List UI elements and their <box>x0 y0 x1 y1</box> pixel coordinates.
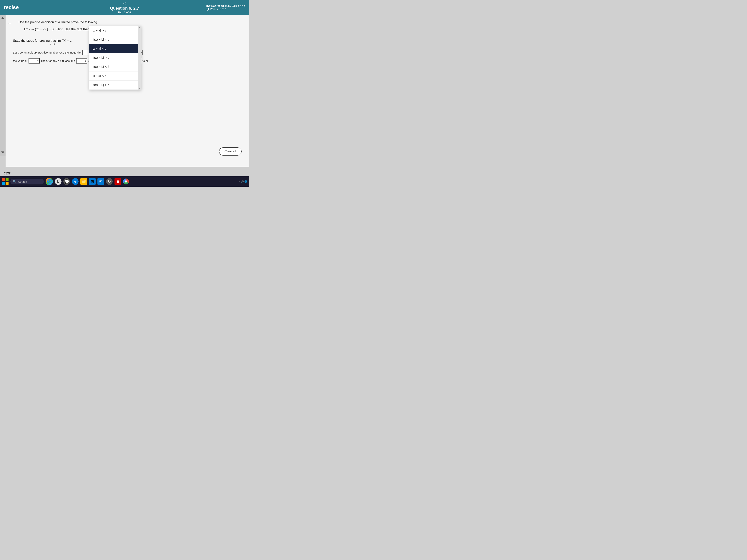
clear-all-button[interactable]: Clear all <box>219 148 241 156</box>
main-content: ← Use the precise definition of a limit … <box>5 15 249 167</box>
taskbar-app-fileexp[interactable]: 📁 <box>80 178 87 185</box>
taskbar-app-l[interactable]: L <box>55 178 61 185</box>
scroll-up-arrow[interactable]: ▲ <box>138 26 140 28</box>
dropdown-3-wrapper[interactable] <box>28 58 40 63</box>
scroll-down-icon[interactable] <box>1 152 4 154</box>
dropdown-4-wrapper[interactable] <box>76 58 87 63</box>
dropdown-4[interactable] <box>76 58 87 63</box>
search-icon: 🔍 <box>13 180 17 183</box>
dropdown-item-3[interactable]: |x − a| < ε <box>89 44 140 53</box>
radio-icon <box>206 7 209 10</box>
taskbar: 🔍 Search 🌀 L 💬 e 📁 ⊞ ✉ ↻ ⏺ ^ 🔊 🌐 <box>0 176 249 187</box>
question-subtitle: Part 1 of 8 <box>118 11 131 14</box>
header: recise < Question 6, 2.7 Part 1 of 8 HW … <box>0 0 249 15</box>
taskbar-app-refresh[interactable]: ↻ <box>106 178 113 185</box>
start-button[interactable] <box>2 178 8 185</box>
dropdown-3[interactable] <box>28 58 40 63</box>
taskbar-app-chrome[interactable] <box>123 179 129 184</box>
dropdown-item-1[interactable]: |x − a| > ε <box>89 26 140 35</box>
taskbar-app-mail[interactable]: ✉ <box>98 178 104 185</box>
start-blue <box>2 182 5 185</box>
taskbar-app-edge[interactable]: e <box>72 178 79 185</box>
back-arrow-icon[interactable]: ← <box>7 20 12 26</box>
question-text: Use the precise definition of a limit to… <box>19 20 130 24</box>
dropdown-scrollbar[interactable]: ▲ ▼ <box>138 26 140 90</box>
scroll-down-arrow[interactable]: ▼ <box>138 87 140 89</box>
start-green <box>5 178 9 181</box>
dropdown-item-6[interactable]: |x − a| < δ <box>89 72 140 81</box>
nav-prev-button[interactable]: < <box>122 1 128 6</box>
taskbar-app-record[interactable]: ⏺ <box>114 178 121 185</box>
start-yellow <box>5 182 9 185</box>
search-label: Search <box>18 180 27 183</box>
dropdown-menu: |x − a| > ε |f(x) − L| < ε |x − a| < ε |… <box>89 26 141 90</box>
dropdown-item-4[interactable]: |f(x) − L| > ε <box>89 53 140 62</box>
taskbar-app-grid[interactable]: ⊞ <box>89 178 96 185</box>
hw-score: HW Score: 43.41%, 3.04 of 7 p <box>206 4 245 7</box>
taskbar-systray: ^ 🔊 🌐 <box>239 180 247 183</box>
app-name: recise <box>4 4 19 10</box>
dropdown-item-2[interactable]: |f(x) − L| < ε <box>89 35 140 44</box>
dropdown-item-7[interactable]: |f(x) − L| > δ <box>89 81 140 90</box>
systray-icons: ^ 🔊 🌐 <box>239 180 247 183</box>
taskbar-search-bar[interactable]: 🔍 Search <box>10 179 44 184</box>
score-section: HW Score: 43.41%, 3.04 of 7 p Points: 0 … <box>206 4 245 10</box>
taskbar-app-colorful[interactable]: 🌀 <box>46 178 53 185</box>
scroll-up-icon[interactable] <box>1 17 4 19</box>
dropdown-item-5[interactable]: |f(x) − L| < δ <box>89 62 140 72</box>
question-title: Question 6, 2.7 <box>110 6 139 11</box>
start-red <box>2 178 5 181</box>
points-row: Points: 0 of 1 <box>206 7 245 10</box>
side-panel-left <box>0 15 5 156</box>
ctor-label: ctor <box>4 171 10 176</box>
taskbar-app-msg[interactable]: 💬 <box>63 178 70 185</box>
